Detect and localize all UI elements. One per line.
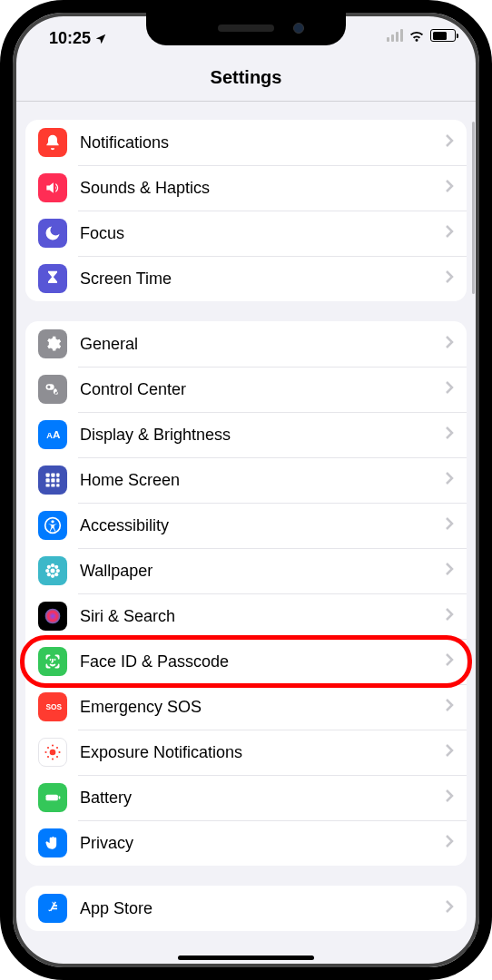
- gear-icon: [38, 329, 67, 358]
- status-time: 10:25: [49, 29, 107, 48]
- settings-row-label: Emergency SOS: [67, 698, 445, 717]
- settings-group: GeneralControl CenterAADisplay & Brightn…: [25, 321, 467, 866]
- chevron-right-icon: [445, 743, 454, 761]
- svg-point-21: [54, 573, 58, 576]
- settings-row-siri[interactable]: Siri & Search: [25, 593, 467, 639]
- settings-row-privacy[interactable]: Privacy: [25, 820, 467, 866]
- chevron-right-icon: [445, 224, 454, 242]
- settings-row-appstore[interactable]: App Store: [25, 886, 467, 931]
- chevron-right-icon: [445, 516, 454, 534]
- cellular-icon: [387, 29, 403, 42]
- svg-rect-10: [56, 484, 59, 486]
- settings-row-wallpaper[interactable]: Wallpaper: [25, 548, 467, 593]
- page-title: Settings: [13, 58, 479, 102]
- faceid-icon: [38, 647, 67, 676]
- scrollbar[interactable]: [472, 122, 475, 294]
- settings-group: NotificationsSounds & HapticsFocusScreen…: [25, 120, 467, 301]
- chevron-right-icon: [445, 426, 454, 444]
- svg-point-29: [47, 747, 49, 749]
- settings-row-label: App Store: [67, 899, 445, 918]
- home-indicator[interactable]: [178, 956, 314, 960]
- svg-point-25: [52, 744, 54, 746]
- settings-row-label: Sounds & Haptics: [67, 179, 445, 198]
- svg-point-22: [45, 609, 61, 624]
- svg-rect-6: [51, 478, 54, 482]
- settings-row-label: Focus: [67, 224, 445, 243]
- svg-point-13: [51, 569, 55, 573]
- aa-icon: AA: [38, 420, 67, 449]
- settings-row-label: Control Center: [67, 380, 445, 399]
- hourglass-icon: [38, 264, 67, 293]
- settings-row-label: Siri & Search: [67, 607, 445, 626]
- svg-rect-7: [56, 478, 59, 482]
- battery-icon: [38, 783, 67, 812]
- svg-rect-4: [56, 474, 59, 477]
- siri-icon: [38, 602, 67, 631]
- svg-point-12: [51, 520, 54, 523]
- settings-row-label: Face ID & Passcode: [67, 652, 445, 671]
- settings-row-label: Notifications: [67, 133, 445, 152]
- svg-point-20: [47, 573, 51, 576]
- chevron-right-icon: [445, 789, 454, 807]
- settings-row-label: Display & Brightness: [67, 426, 445, 445]
- svg-point-17: [56, 569, 60, 573]
- chevron-right-icon: [445, 562, 454, 580]
- svg-text:SOS: SOS: [46, 702, 63, 711]
- exposure-icon: [38, 738, 67, 767]
- svg-point-16: [45, 569, 49, 573]
- svg-rect-34: [59, 796, 61, 799]
- bell-icon: [38, 128, 67, 157]
- svg-point-18: [47, 565, 51, 569]
- settings-row-notifications[interactable]: Notifications: [25, 120, 467, 165]
- appstore-icon: [38, 894, 67, 923]
- hand-icon: [38, 828, 67, 858]
- settings-row-homescreen[interactable]: Home Screen: [25, 457, 467, 503]
- location-icon: [94, 33, 107, 45]
- svg-rect-3: [51, 474, 54, 477]
- settings-row-general[interactable]: General: [25, 321, 467, 367]
- wifi-icon: [408, 29, 425, 42]
- svg-rect-33: [46, 795, 58, 801]
- settings-row-sos[interactable]: SOSEmergency SOS: [25, 684, 467, 730]
- flower-icon: [38, 556, 67, 585]
- settings-row-label: General: [67, 335, 445, 354]
- settings-scroll-area[interactable]: NotificationsSounds & HapticsFocusScreen…: [13, 102, 479, 967]
- settings-row-controlcenter[interactable]: Control Center: [25, 367, 467, 412]
- settings-row-label: Wallpaper: [67, 562, 445, 581]
- battery-icon: [430, 29, 456, 42]
- svg-point-24: [50, 750, 56, 756]
- svg-point-15: [51, 574, 54, 578]
- svg-point-19: [54, 565, 58, 569]
- chevron-right-icon: [445, 652, 454, 671]
- settings-row-label: Privacy: [67, 834, 445, 853]
- settings-row-exposure[interactable]: Exposure Notifications: [25, 730, 467, 775]
- settings-row-sounds[interactable]: Sounds & Haptics: [25, 165, 467, 211]
- chevron-right-icon: [445, 698, 454, 716]
- settings-row-label: Exposure Notifications: [67, 743, 445, 762]
- settings-row-display[interactable]: AADisplay & Brightness: [25, 412, 467, 457]
- accessibility-icon: [38, 511, 67, 540]
- settings-row-label: Home Screen: [67, 471, 445, 490]
- settings-row-focus[interactable]: Focus: [25, 211, 467, 256]
- settings-group: App Store: [25, 886, 467, 931]
- svg-point-31: [47, 756, 49, 758]
- chevron-right-icon: [445, 471, 454, 489]
- chevron-right-icon: [445, 380, 454, 398]
- svg-point-32: [56, 756, 58, 758]
- svg-point-27: [44, 751, 46, 753]
- settings-row-accessibility[interactable]: Accessibility: [25, 503, 467, 548]
- settings-row-label: Screen Time: [67, 270, 445, 289]
- settings-row-faceid[interactable]: Face ID & Passcode: [25, 639, 467, 684]
- svg-point-26: [52, 758, 54, 760]
- svg-rect-2: [46, 474, 50, 477]
- chevron-right-icon: [445, 133, 454, 152]
- speaker-icon: [38, 173, 67, 202]
- settings-row-battery[interactable]: Battery: [25, 775, 467, 820]
- settings-row-label: Battery: [67, 789, 445, 808]
- svg-point-30: [56, 747, 58, 749]
- chevron-right-icon: [445, 179, 454, 197]
- chevron-right-icon: [445, 899, 454, 917]
- volume-up-button: [0, 218, 2, 279]
- switches-icon: [38, 375, 67, 404]
- settings-row-screentime[interactable]: Screen Time: [25, 256, 467, 301]
